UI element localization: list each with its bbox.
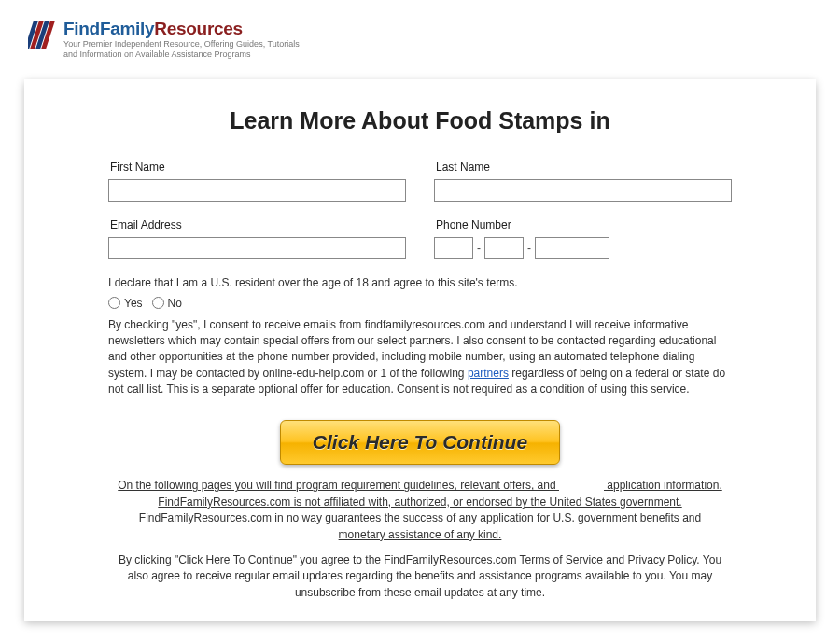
continue-button[interactable]: Click Here To Continue <box>280 420 560 465</box>
site-header: FindFamilyResources Your Premier Indepen… <box>0 0 840 70</box>
radio-no-label: No <box>168 297 182 310</box>
row-contact: Email Address Phone Number - - <box>108 218 732 259</box>
phone-label: Phone Number <box>436 218 732 231</box>
brand-find: Find <box>63 19 100 38</box>
flag-icon <box>28 21 56 49</box>
radio-yes[interactable] <box>108 297 120 309</box>
radio-group: Yes No <box>108 297 732 310</box>
first-name-label: First Name <box>110 160 406 174</box>
email-label: Email Address <box>110 218 406 231</box>
disclaimer-text: On the following pages you will find pro… <box>118 478 722 543</box>
brand-family: Family <box>100 19 154 38</box>
radio-yes-label: Yes <box>124 297 143 310</box>
brand-tagline: Your Premier Independent Resource, Offer… <box>63 39 315 61</box>
first-name-input[interactable] <box>108 179 406 202</box>
page-title: Learn More About Food Stamps in <box>108 107 732 134</box>
phone-part-3[interactable] <box>535 237 609 259</box>
declare-text: I declare that I am a U.S. resident over… <box>108 276 732 289</box>
last-name-input[interactable] <box>434 179 732 202</box>
radio-no[interactable] <box>152 297 164 309</box>
consent-text: By checking "yes", I consent to receive … <box>108 317 732 398</box>
terms-text: By clicking "Click Here To Continue" you… <box>110 552 730 601</box>
phone-part-2[interactable] <box>484 237 524 259</box>
brand-block: FindFamilyResources Your Premier Indepen… <box>63 19 315 61</box>
brand-resources: Resources <box>154 19 242 38</box>
partners-link[interactable]: partners <box>468 367 509 380</box>
brand-name: FindFamilyResources <box>63 19 315 39</box>
email-input[interactable] <box>108 237 406 259</box>
phone-sep-2: - <box>527 242 531 255</box>
phone-part-1[interactable] <box>434 237 473 259</box>
disclaimer-a: On the following pages you will find pro… <box>118 479 559 492</box>
row-name: First Name Last Name <box>108 160 732 202</box>
phone-group: - - <box>434 237 732 259</box>
form-card: Learn More About Food Stamps in First Na… <box>24 79 816 621</box>
phone-sep-1: - <box>477 242 481 255</box>
last-name-label: Last Name <box>436 160 732 174</box>
